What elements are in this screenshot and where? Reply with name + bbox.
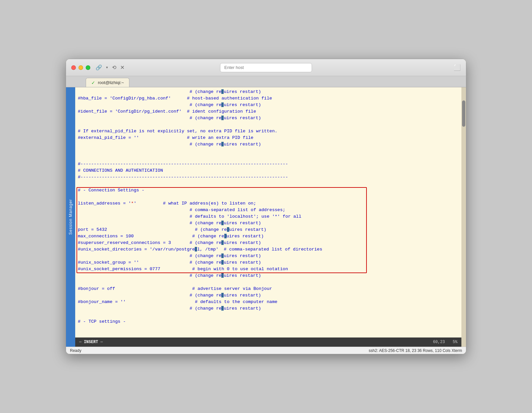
- line-18: listen_addresses = '*' # what IP address…: [78, 200, 459, 207]
- ready-status: Ready: [70, 348, 81, 353]
- line-16: # - Connection Settings -: [78, 187, 459, 194]
- host-input-wrap: [220, 63, 312, 72]
- statusbar-mode: — INSERT —: [79, 340, 103, 344]
- scrollbar[interactable]: [461, 87, 466, 347]
- line-17: [78, 194, 459, 200]
- line-3: # (change reuires restart): [78, 102, 459, 108]
- line-29: # (change reuires restart): [78, 272, 459, 279]
- terminal-content: # (change reuires restart) #hba_file = '…: [75, 87, 461, 337]
- highlight-region: # - Connection Settings - listen_address…: [78, 187, 459, 233]
- file-percent: 5%: [453, 340, 457, 344]
- line-6: [78, 121, 459, 128]
- line-27: #unix_socket_group = '' # (change reuire…: [78, 259, 459, 266]
- connection-info: ssh2: AES-256-CTR 18, 23 36 Rows, 110 Co…: [369, 348, 462, 353]
- line-30: [78, 279, 459, 286]
- scrollbar-thumb[interactable]: [462, 100, 465, 127]
- line-22: port = 5432 # (change reuires restart): [78, 227, 459, 233]
- line-11: [78, 154, 459, 161]
- main-content: Session Manager # (change reuires restar…: [66, 87, 466, 347]
- titlebar-icons: 🔗 ▾ ⟲ ✕: [96, 64, 124, 71]
- line-24: #superuser_reserved_connections = 3 # (c…: [78, 240, 459, 246]
- terminal-icon: ⬜: [454, 64, 461, 71]
- line-13: # CONNECTIONS AND AUTHENTICATION: [78, 167, 459, 174]
- line-19: # comma-separated list of addresses;: [78, 207, 459, 213]
- tab-status-indicator: ✓: [91, 80, 95, 85]
- line-25: #unix_socket_directories = '/var/run/pos…: [78, 246, 459, 253]
- tab-label: root@lizhiqi:~: [98, 80, 124, 85]
- line-8: #external_pid_file = '' # write an extra…: [78, 135, 459, 141]
- line-23: max_connections = 100 # (change reuires …: [78, 233, 459, 240]
- traffic-lights: [71, 65, 90, 70]
- line-14: #---------------------------------------…: [78, 174, 459, 181]
- line-5: # (change reuires restart): [78, 115, 459, 121]
- tab-root[interactable]: ✓ root@lizhiqi:~: [86, 78, 129, 87]
- line-1: # (change reuires restart): [78, 89, 459, 95]
- line-12: #---------------------------------------…: [78, 161, 459, 167]
- line-20: # defaults to 'localhost'; use '*' for a…: [78, 213, 459, 220]
- line-36: # - TCP settings -: [78, 318, 459, 325]
- cursor-position: 60,23: [433, 340, 445, 344]
- tabbar: ✓ root@lizhiqi:~: [66, 76, 466, 87]
- session-manager-sidebar[interactable]: Session Manager: [66, 87, 75, 347]
- maximize-button[interactable]: [86, 65, 90, 70]
- line-26: # (change reuires restart): [78, 253, 459, 259]
- line-34: # (change reuires restart): [78, 305, 459, 312]
- line-33: #bonjour_name = '' # defaults to the com…: [78, 299, 459, 305]
- link-icon[interactable]: 🔗: [96, 64, 102, 71]
- line-9: # (change reuires restart): [78, 141, 459, 148]
- line-21: # (change reuires restart): [78, 220, 459, 227]
- bottom-statusbar: Ready ssh2: AES-256-CTR 18, 23 36 Rows, …: [66, 347, 466, 354]
- statusbar-right: 60,23 5%: [433, 340, 457, 344]
- main-window: 🔗 ▾ ⟲ ✕ ⬜ ✓ root@lizhiqi:~ Session Manag…: [66, 59, 466, 354]
- insert-mode-label: INSERT: [84, 340, 98, 344]
- titlebar: 🔗 ▾ ⟲ ✕ ⬜: [66, 59, 466, 76]
- close-icon[interactable]: ✕: [120, 64, 124, 71]
- close-button[interactable]: [71, 65, 76, 70]
- line-28: #unix_socket_permissions = 0777 # begin …: [78, 266, 459, 272]
- line-15: [78, 181, 459, 187]
- line-31: #bonjour = off # advertise server via Bo…: [78, 286, 459, 292]
- terminal[interactable]: # (change reuires restart) #hba_file = '…: [75, 87, 461, 347]
- host-input[interactable]: [220, 63, 312, 72]
- line-7: # If external_pid_file is not explicitly…: [78, 128, 459, 135]
- vim-statusbar: — INSERT — 60,23 5%: [75, 337, 461, 347]
- line-10: [78, 148, 459, 154]
- line-35: [78, 312, 459, 318]
- line-4: #ident_file = 'ConfigDir/pg_ident.conf' …: [78, 108, 459, 115]
- line-32: # (change reuires restart): [78, 292, 459, 299]
- refresh-icon[interactable]: ⟲: [112, 64, 116, 71]
- line-2: #hba_file = 'ConfigDir/pg_hba.conf' # ho…: [78, 95, 459, 102]
- chevron-down-icon[interactable]: ▾: [106, 65, 108, 70]
- minimize-button[interactable]: [78, 65, 83, 70]
